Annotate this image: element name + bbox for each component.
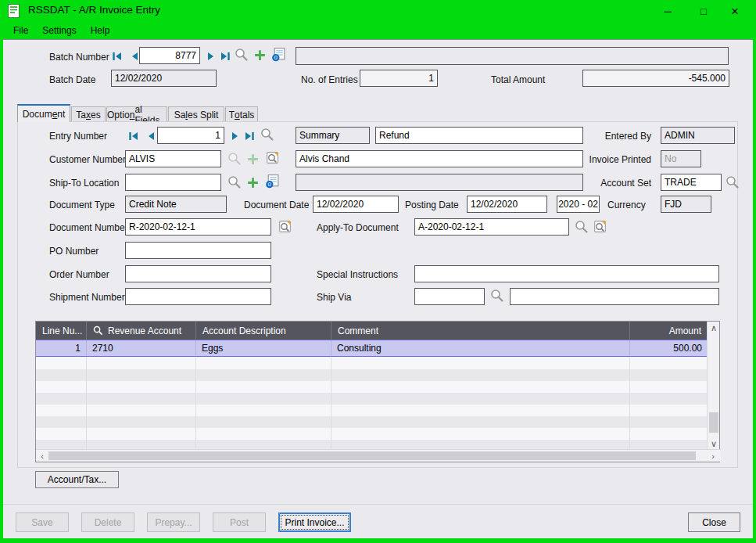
menu-bar: FileSettingsHelp	[3, 22, 753, 39]
order-number-input[interactable]	[125, 265, 271, 282]
batch-info-zero-icon[interactable]: 0	[271, 47, 285, 61]
column-header-amount[interactable]: Amount	[630, 322, 708, 340]
entry-number-label: Entry Number	[49, 131, 107, 142]
account-tax-button[interactable]: Account/Tax...	[35, 471, 119, 488]
batch-description-field[interactable]	[296, 47, 729, 65]
scroll-right-icon[interactable]: ›	[707, 450, 719, 462]
post-button: Post	[213, 512, 266, 532]
entry-finder-icon[interactable]	[260, 128, 274, 142]
document-date-input[interactable]: 12/02/2020	[313, 196, 399, 213]
empty-table-row	[36, 405, 708, 416]
new-customer-plus-icon[interactable]	[246, 153, 260, 167]
menu-item-settings[interactable]: Settings	[35, 23, 83, 38]
empty-table-row	[36, 416, 708, 428]
window-title: RSSDAT - A/R Invoice Entry	[28, 4, 160, 16]
table-row[interactable]: 12710EggsConsulting500.00	[36, 340, 708, 357]
document-date-label: Document Date	[244, 200, 309, 210]
customer-inquiry-icon[interactable]	[265, 150, 279, 164]
special-instructions-label: Special Instructions	[317, 269, 398, 280]
svg-text:0: 0	[274, 54, 278, 61]
apply-to-document-input[interactable]: A-2020-02-12-1	[414, 218, 569, 236]
apply-to-inquiry-icon[interactable]	[593, 219, 607, 233]
cell-line-nu-: 1	[36, 340, 87, 356]
tab-sales-split[interactable]: Sales Split	[168, 106, 224, 122]
cell-comment: Consulting	[331, 340, 630, 356]
vertical-scroll-thumb[interactable]	[709, 412, 718, 433]
menu-item-file[interactable]: File	[6, 23, 35, 38]
close-button[interactable]: Close	[688, 512, 740, 532]
empty-table-row	[36, 381, 708, 393]
po-number-input[interactable]	[125, 242, 271, 259]
entry-description-field[interactable]: Refund	[375, 127, 583, 144]
scroll-left-icon[interactable]: ‹	[36, 450, 48, 462]
document-inquiry-icon[interactable]	[278, 219, 292, 233]
ship-via-finder-icon[interactable]	[490, 289, 504, 303]
currency-label: Currency	[607, 200, 646, 210]
customer-finder-icon[interactable]	[228, 152, 242, 166]
window-frame-bottom	[0, 538, 756, 543]
ship-via-name-input[interactable]	[510, 288, 719, 305]
vertical-scrollbar[interactable]: ∧ ∨	[707, 322, 719, 451]
batch-finder-icon[interactable]	[235, 48, 249, 62]
tab-document[interactable]: Document	[17, 104, 70, 122]
first-entry-icon[interactable]	[127, 130, 140, 142]
next-batch-icon[interactable]	[205, 50, 217, 63]
no-of-entries-field: 1	[360, 70, 438, 87]
tab-totals[interactable]: Totals	[225, 106, 258, 122]
new-ship-to-plus-icon[interactable]	[246, 176, 260, 190]
shipment-number-input[interactable]	[125, 288, 271, 305]
ship-to-info-zero-icon[interactable]: 0	[265, 174, 279, 188]
table-empty-rows	[36, 358, 708, 451]
account-set-input[interactable]: TRADE	[661, 174, 722, 191]
apply-to-finder-icon[interactable]	[575, 220, 589, 234]
print-invoice-button[interactable]: Print Invoice...	[278, 512, 351, 532]
horizontal-scroll-thumb[interactable]	[48, 451, 696, 460]
ship-to-finder-icon[interactable]	[228, 175, 242, 189]
ship-to-location-input[interactable]	[125, 174, 221, 191]
menu-item-help[interactable]: Help	[84, 23, 117, 38]
empty-table-row	[36, 358, 708, 369]
batch-number-label: Batch Number	[49, 52, 109, 63]
previous-entry-icon[interactable]	[145, 130, 157, 142]
customer-number-input[interactable]: ALVIS	[125, 150, 221, 167]
batch-date-label: Batch Date	[49, 74, 95, 85]
next-entry-icon[interactable]	[229, 130, 242, 142]
first-batch-icon[interactable]	[111, 50, 124, 63]
customer-name-field[interactable]: Alvis Chand	[296, 150, 583, 167]
close-window-button[interactable]: ✕	[722, 0, 747, 22]
document-number-input[interactable]: R-2020-02-12-1	[125, 218, 271, 236]
ship-via-code-input[interactable]	[414, 288, 485, 305]
po-number-label: PO Number	[49, 246, 99, 257]
horizontal-scrollbar[interactable]: ‹ ›	[36, 449, 721, 462]
entry-number-input[interactable]: 1	[157, 127, 224, 144]
column-header-line-nu-[interactable]: Line Nu...	[36, 322, 87, 340]
last-batch-icon[interactable]	[219, 50, 231, 63]
column-header-account-description[interactable]: Account Description	[196, 322, 331, 340]
maximize-button[interactable]: □	[691, 0, 716, 22]
apply-to-document-label: Apply-To Document	[317, 222, 399, 233]
scroll-down-icon[interactable]: ∨	[708, 437, 720, 450]
tab-optional-fields[interactable]: Optional Fields	[106, 106, 167, 122]
entered-by-label: Entered By	[589, 131, 651, 142]
account-set-label: Account Set	[589, 178, 651, 189]
special-instructions-input[interactable]	[414, 265, 719, 282]
ship-to-name-field	[296, 174, 583, 191]
posting-date-input[interactable]: 12/02/2020	[467, 196, 547, 213]
column-header-comment[interactable]: Comment	[331, 322, 630, 340]
no-of-entries-label: No. of Entries	[301, 74, 358, 85]
empty-table-row	[36, 428, 708, 440]
batch-date-field[interactable]: 12/02/2020	[111, 70, 217, 87]
document-type-label: Document Type	[49, 200, 115, 210]
batch-number-input[interactable]: 8777	[139, 47, 200, 64]
column-header-revenue-account[interactable]: Revenue Account	[87, 322, 196, 340]
tab-taxes[interactable]: Taxes	[71, 106, 106, 122]
scroll-up-icon[interactable]: ∧	[708, 322, 720, 334]
document-app-icon	[7, 4, 21, 18]
minimize-button[interactable]: ─	[655, 0, 680, 22]
ship-via-label: Ship Via	[317, 292, 351, 303]
year-period-field: 2020 - 02	[557, 196, 600, 213]
total-amount-field: -545.000	[582, 70, 729, 87]
new-batch-plus-icon[interactable]	[253, 49, 267, 63]
last-entry-icon[interactable]	[243, 130, 256, 142]
account-set-finder-icon[interactable]	[726, 175, 740, 189]
